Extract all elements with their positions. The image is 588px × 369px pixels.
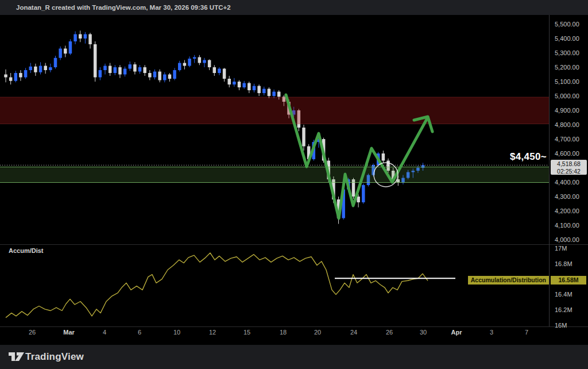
indicator-axis-label: 17M bbox=[555, 245, 567, 252]
indicator-axis-label: 16.4M bbox=[555, 291, 572, 298]
price-axis-label: 5,000.00 bbox=[555, 93, 579, 99]
price-axis-label: 4,400.00 bbox=[555, 179, 579, 186]
price-axis-label: 4,300.00 bbox=[555, 193, 579, 200]
time-axis-label: 24 bbox=[350, 329, 357, 336]
time-axis-label: Apr bbox=[451, 329, 462, 336]
time-axis-label: 3 bbox=[490, 329, 493, 336]
indicator-title[interactable]: Accum/Dist bbox=[9, 247, 44, 254]
time-axis-separator bbox=[0, 326, 588, 327]
indicator-axis-label: 16M bbox=[555, 322, 567, 329]
footer-bar: TradingView bbox=[0, 345, 588, 369]
price-axis-label: 5,200.00 bbox=[555, 64, 579, 71]
indicator-name-badge: Accumulation/Distribution bbox=[468, 276, 549, 285]
time-axis-label: 4 bbox=[103, 329, 106, 336]
price-axis-label: 4,600.00 bbox=[555, 150, 579, 157]
chart-area[interactable]: 5,500.005,400.005,300.005,200.005,100.00… bbox=[0, 15, 588, 345]
indicator-panel-canvas[interactable] bbox=[0, 244, 549, 326]
price-axis-label: 5,300.00 bbox=[555, 49, 579, 56]
time-axis-label: 15 bbox=[243, 329, 250, 336]
indicator-axis-label: 16.8M bbox=[555, 260, 572, 267]
tradingview-snapshot: Jonatan_R created with TradingView.com, … bbox=[0, 0, 588, 369]
price-axis-label: 4,900.00 bbox=[555, 107, 579, 114]
last-price-badge: 4,518.68 02:25:42 bbox=[551, 160, 587, 175]
time-axis-label: 26 bbox=[386, 329, 393, 336]
price-target-annotation[interactable]: $4,450~ bbox=[510, 151, 547, 163]
price-axis-label: 4,100.00 bbox=[555, 222, 579, 229]
candle-countdown: 02:25:42 bbox=[551, 168, 587, 175]
chart-credit-text: Jonatan_R created with TradingView.com, … bbox=[16, 4, 231, 11]
time-axis-label: 26 bbox=[29, 329, 36, 336]
tradingview-wordmark[interactable]: TradingView bbox=[25, 351, 84, 363]
time-axis-label: 30 bbox=[420, 329, 427, 336]
indicator-value-badge: 16.58M bbox=[551, 276, 586, 285]
time-axis-label: 6 bbox=[138, 329, 141, 336]
time-axis-label: 12 bbox=[209, 329, 216, 336]
panel-separator[interactable] bbox=[0, 244, 588, 245]
time-axis-label: 10 bbox=[173, 329, 180, 336]
time-axis-label: 20 bbox=[314, 329, 321, 336]
price-axis-label: 4,700.00 bbox=[555, 136, 579, 143]
time-axis-label: 18 bbox=[280, 329, 287, 336]
price-axis-label: 5,400.00 bbox=[555, 35, 579, 42]
price-panel-canvas[interactable] bbox=[0, 15, 549, 244]
tradingview-logo-icon[interactable] bbox=[8, 351, 25, 363]
price-axis-label: 4,000.00 bbox=[555, 236, 579, 243]
price-axis-label: 4,200.00 bbox=[555, 207, 579, 214]
price-axis-label: 5,100.00 bbox=[555, 78, 579, 85]
last-price-value: 4,518.68 bbox=[551, 160, 587, 168]
chart-credit-bar: Jonatan_R created with TradingView.com, … bbox=[0, 0, 588, 15]
time-axis-label: 7 bbox=[525, 329, 528, 336]
price-axis-border bbox=[549, 15, 550, 326]
indicator-axis-label: 16.2M bbox=[555, 306, 572, 313]
time-axis-label: Mar bbox=[63, 329, 75, 336]
price-axis-label: 4,800.00 bbox=[555, 121, 579, 128]
price-axis-label: 5,500.00 bbox=[555, 21, 579, 28]
